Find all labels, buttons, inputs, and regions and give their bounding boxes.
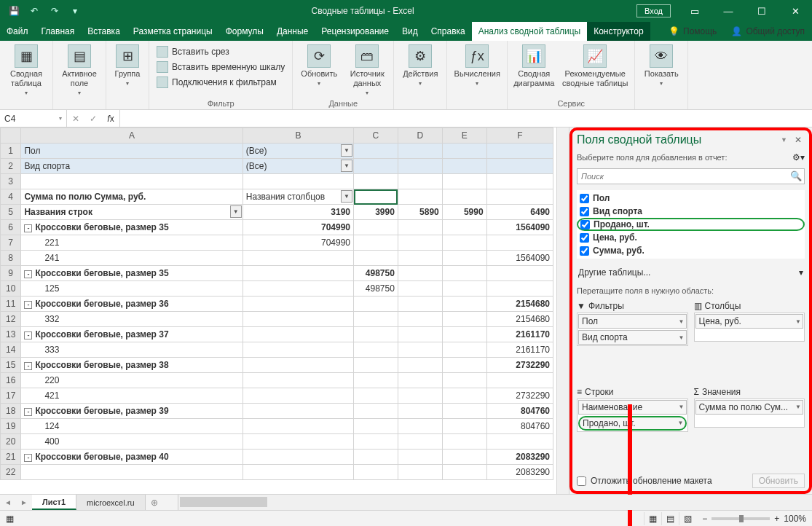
cell[interactable]	[486, 174, 553, 189]
row-header[interactable]: 17	[1, 388, 21, 404]
cell[interactable]	[398, 220, 442, 235]
cell[interactable]	[398, 327, 442, 342]
cell[interactable]: -Кроссовки беговые, размер 39	[21, 404, 243, 419]
cell[interactable]: (Все)▼	[243, 144, 353, 159]
cell[interactable]: 241	[21, 251, 243, 266]
cell[interactable]: Пол	[21, 144, 243, 159]
data-source-button[interactable]: 🗃Источник данных▾	[344, 43, 390, 98]
cell[interactable]: 220	[21, 373, 243, 388]
cell[interactable]	[354, 251, 398, 266]
cell[interactable]	[243, 342, 353, 358]
row-header[interactable]: 18	[1, 404, 21, 419]
cell[interactable]	[354, 434, 398, 450]
cell[interactable]	[398, 189, 442, 205]
cell[interactable]: 333	[21, 342, 243, 358]
cell[interactable]: 6490	[486, 205, 553, 220]
field-pane-close-icon[interactable]: ✕	[792, 135, 805, 145]
pivot-table-button[interactable]: ▦Сводная таблица▾	[3, 43, 50, 98]
row-header[interactable]: 19	[1, 419, 21, 434]
worksheet[interactable]: ABCDEF1Пол(Все)▼2Вид спорта(Все)▼34Сумма…	[0, 127, 556, 494]
cell[interactable]	[486, 159, 553, 174]
cell[interactable]	[442, 159, 486, 174]
gear-icon[interactable]: ⚙▾	[792, 152, 805, 162]
field-sport[interactable]: Вид спорта	[577, 205, 805, 218]
recommended-pivot-button[interactable]: 📈Рекомендуемые сводные таблицы	[559, 43, 631, 90]
row-item-name[interactable]: Наименование▼	[578, 400, 687, 415]
add-sheet-icon[interactable]: ⊕	[146, 495, 163, 510]
row-header[interactable]: 11	[1, 297, 21, 312]
pivot-chart-button[interactable]: 📊Сводная диаграмма	[511, 43, 557, 90]
cell[interactable]	[486, 281, 553, 297]
cell[interactable]: 2154680	[486, 297, 553, 312]
col-header-A[interactable]: A	[21, 128, 243, 144]
sheet-nav-prev-icon[interactable]: ◄	[0, 495, 16, 510]
zoom-slider[interactable]	[712, 517, 770, 520]
dropdown-icon[interactable]: ▼	[341, 160, 352, 172]
view-normal-icon[interactable]: ▦	[644, 512, 661, 525]
cell[interactable]	[442, 327, 486, 342]
area-filters[interactable]: ▼Фильтры Пол▼ Вид спорта▼	[577, 301, 688, 382]
row-header[interactable]: 22	[1, 465, 21, 480]
row-header[interactable]: 3	[1, 174, 21, 189]
formula-input[interactable]	[120, 110, 812, 127]
cell[interactable]	[486, 189, 553, 205]
cell[interactable]	[354, 159, 398, 174]
row-header[interactable]: 6	[1, 220, 21, 235]
zoom-level[interactable]: 100%	[784, 514, 806, 524]
sheet-tab-2[interactable]: microexcel.ru	[76, 495, 145, 510]
cell[interactable]	[442, 419, 486, 434]
row-header[interactable]: 9	[1, 266, 21, 281]
expand-icon[interactable]: -	[24, 408, 32, 416]
sheet-nav-next-icon[interactable]: ►	[16, 495, 32, 510]
cell[interactable]: 2161170	[486, 327, 553, 342]
col-header-C[interactable]: C	[354, 128, 398, 144]
row-item-sold[interactable]: Продано, шт.▼	[578, 416, 687, 431]
undo-icon[interactable]: ↶	[25, 1, 44, 20]
row-header[interactable]: 20	[1, 434, 21, 450]
cell[interactable]	[243, 419, 353, 434]
cell[interactable]	[398, 419, 442, 434]
cell[interactable]	[243, 281, 353, 297]
field-sold[interactable]: Продано, шт.	[577, 218, 805, 231]
cell[interactable]	[442, 434, 486, 450]
insert-slicer-button[interactable]: Вставить срез	[154, 44, 288, 59]
cell[interactable]	[243, 465, 353, 480]
cell[interactable]	[354, 144, 398, 159]
tab-home[interactable]: Главная	[35, 22, 82, 41]
filter-item-pol[interactable]: Пол▼	[578, 314, 687, 329]
cell[interactable]	[398, 235, 442, 251]
cell[interactable]	[442, 450, 486, 465]
col-header-E[interactable]: E	[442, 128, 486, 144]
cell[interactable]	[442, 281, 486, 297]
cell[interactable]	[243, 327, 353, 342]
cell[interactable]	[442, 144, 486, 159]
zoom-in-icon[interactable]: +	[774, 514, 779, 524]
cell[interactable]	[354, 312, 398, 327]
cell[interactable]	[486, 434, 553, 450]
cell[interactable]	[243, 297, 353, 312]
cell[interactable]	[398, 373, 442, 388]
cell[interactable]	[398, 251, 442, 266]
expand-icon[interactable]: -	[24, 270, 32, 278]
cell[interactable]	[354, 450, 398, 465]
insert-timeline-button[interactable]: Вставить временную шкалу	[154, 60, 288, 74]
cell[interactable]	[243, 450, 353, 465]
expand-icon[interactable]: -	[24, 454, 32, 462]
sheet-tab-1[interactable]: Лист1	[32, 495, 76, 510]
cell[interactable]	[354, 297, 398, 312]
cell[interactable]: 124	[21, 419, 243, 434]
cell[interactable]	[243, 266, 353, 281]
expand-icon[interactable]: -	[24, 301, 32, 309]
dropdown-icon[interactable]: ▼	[341, 190, 352, 203]
cell[interactable]	[354, 388, 398, 404]
cell[interactable]: 2083290	[486, 450, 553, 465]
cell[interactable]	[354, 174, 398, 189]
cell[interactable]	[442, 266, 486, 281]
cell[interactable]: 2732290	[486, 358, 553, 373]
cell[interactable]	[442, 358, 486, 373]
cell[interactable]	[486, 266, 553, 281]
maximize-button[interactable]: ☐	[745, 0, 779, 22]
cell[interactable]	[243, 358, 353, 373]
actions-button[interactable]: ⚙Действия▾	[397, 43, 444, 88]
cell[interactable]	[243, 174, 353, 189]
